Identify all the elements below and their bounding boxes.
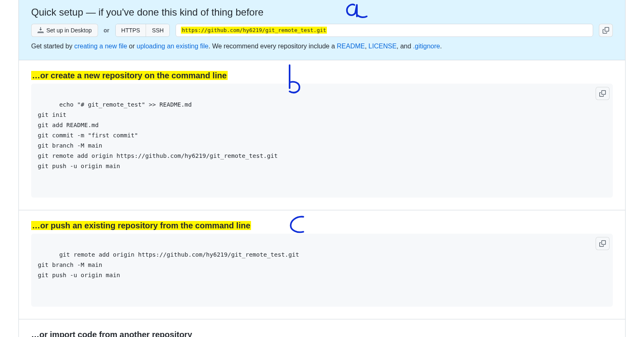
copy-push-button[interactable] [596,237,610,250]
clipboard-icon [599,240,606,247]
protocol-toggle: HTTPS SSH [115,24,170,37]
code-create: echo "# git_remote_test" >> README.md gi… [38,101,278,169]
section-push: …or push an existing repository from the… [19,210,625,319]
page-title: Quick setup — if you've done this kind o… [31,7,613,18]
link-gitignore[interactable]: .gitignore [413,43,440,50]
heading-create: …or create a new repository on the comma… [31,71,613,80]
url-row: Set up in Desktop or HTTPS SSH https://g… [31,24,613,37]
heading-import: …or import code from another repository [31,330,613,337]
copy-create-button[interactable] [596,87,610,100]
section-import: …or import code from another repository … [19,319,625,337]
link-upload-file[interactable]: uploading an existing file [137,43,208,50]
link-readme[interactable]: README [337,43,365,50]
link-license[interactable]: LICENSE [368,43,396,50]
clipboard-icon [599,90,606,97]
codeblock-push: git remote add origin https://github.com… [31,234,613,307]
link-create-file[interactable]: creating a new file [74,43,127,50]
section-create: …or create a new repository on the comma… [19,60,625,210]
code-push: git remote add origin https://github.com… [38,251,299,278]
setup-desktop-label: Set up in Desktop [46,26,92,34]
heading-push: …or push an existing repository from the… [31,221,613,230]
clone-url-text: https://github.com/hy6219/git_remote_tes… [181,27,327,34]
desktop-download-icon [37,27,44,34]
https-toggle[interactable]: HTTPS [116,24,146,36]
setup-desktop-button[interactable]: Set up in Desktop [31,24,98,37]
intro-text: Get started by creating a new file or up… [31,43,613,50]
clipboard-icon [603,27,609,34]
quick-setup-panel: Quick setup — if you've done this kind o… [19,0,625,60]
or-separator: or [104,27,110,34]
ssh-toggle[interactable]: SSH [146,24,169,36]
copy-url-button[interactable] [599,24,613,37]
codeblock-create: echo "# git_remote_test" >> README.md gi… [31,84,613,198]
clone-url-field[interactable]: https://github.com/hy6219/git_remote_tes… [176,24,593,37]
